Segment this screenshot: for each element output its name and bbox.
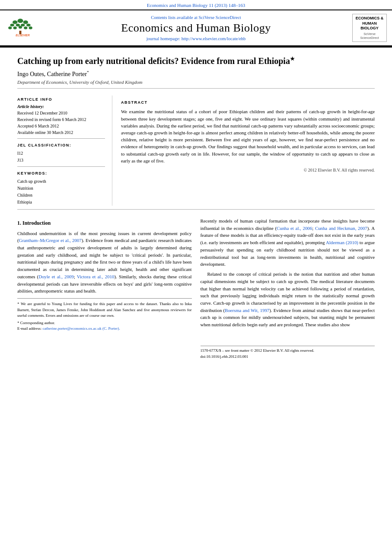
keyword-1: Catch up growth: [17, 178, 105, 185]
article-history-label: Article history:: [17, 104, 105, 109]
accepted-date: Accepted 6 March 2012: [17, 123, 105, 129]
intro-right-para-1: Recently models of human capital formati…: [201, 217, 375, 268]
citation-bar: Economics and Human Biology 11 (2013) 14…: [0, 0, 392, 10]
journal-badge: ECONOMICS &HUMAN BIOLOGY SciVerse Scienc…: [352, 14, 387, 42]
revised-date: Received in revised form 6 March 2012: [17, 116, 105, 123]
article-authors: Ingo Outes, Catherine Porter*: [17, 70, 375, 78]
email-link[interactable]: catherine.porter@economics.ox.ac.uk (C. …: [42, 326, 120, 331]
article-info-col: ARTICLE INFO Article history: Received 1…: [17, 96, 112, 206]
body-col-left: 1. Introduction Childhood undernutrition…: [17, 217, 192, 360]
abstract-col: ABSTRACT We examine the nutritional stat…: [121, 96, 375, 206]
body-col-right: Recently models of human capital formati…: [201, 217, 375, 360]
article-title-section: Catching up from early nutritional defic…: [0, 48, 392, 96]
footnote-section: * We are grateful to Young Lives for fun…: [17, 298, 192, 332]
abstract-text: We examine the nutritional status of a c…: [121, 108, 375, 164]
badge-title: ECONOMICS &HUMAN BIOLOGY: [355, 16, 384, 31]
homepage-link[interactable]: http://www.elsevier.com/locate/ehb: [182, 36, 246, 41]
ref-grantham[interactable]: Grantham–McGregor et al., 2007: [19, 238, 82, 243]
jel-section-label: JEL classification:: [17, 143, 105, 147]
journal-title: Economics and Human Biology: [45, 22, 347, 35]
homepage-line: journal homepage: http://www.elsevier.co…: [45, 36, 347, 41]
intro-para-1: Childhood undernutrition is of the most …: [17, 230, 192, 295]
svg-text:ELSEVIER: ELSEVIER: [16, 34, 30, 37]
svg-point-9: [29, 26, 32, 29]
keyword-3: Children: [17, 192, 105, 199]
svg-point-11: [24, 26, 27, 29]
title-star: ★: [290, 56, 295, 62]
intro-section-title: 1. Introduction: [17, 219, 192, 227]
section-number: 1.: [17, 220, 21, 226]
section-title-text: Introduction: [22, 220, 51, 226]
ref-alderman[interactable]: Alderman (2010): [326, 240, 358, 245]
keywords-section-label: Keywords:: [17, 171, 105, 175]
footer-issn: 1570-677X/$ – see front matter © 2012 El…: [201, 348, 375, 354]
abstract-label: ABSTRACT: [121, 100, 375, 106]
title-divider: [17, 88, 375, 89]
ref-doyle[interactable]: Doyle et al., 2009: [38, 274, 73, 279]
body-section: 1. Introduction Childhood undernutrition…: [0, 213, 392, 360]
svg-point-5: [26, 24, 31, 27]
copyright-line: © 2012 Elsevier B.V. All rights reserved…: [121, 167, 375, 173]
article-title: Catching up from early nutritional defic…: [17, 55, 375, 67]
article-info-label: ARTICLE INFO: [17, 97, 105, 102]
badge-subtitle: SciVerse ScienceDirect: [355, 32, 384, 40]
svg-point-10: [13, 26, 17, 29]
svg-point-3: [23, 20, 28, 24]
contents-availability: Contents lists available at SciVerse Sci…: [45, 15, 347, 20]
svg-point-4: [10, 24, 14, 27]
footnote-star-text: * We are grateful to Young Lives for fun…: [17, 302, 192, 318]
keyword-2: Nutrition: [17, 185, 105, 192]
article-affiliation: Department of Economics, University of O…: [17, 80, 375, 85]
svg-point-8: [8, 26, 12, 29]
abstract-paragraph: We examine the nutritional status of a c…: [121, 108, 375, 164]
jel-item-1: I12: [17, 150, 105, 157]
ref-victora[interactable]: Victora et al., 2010: [77, 274, 115, 279]
intro-right-para-2: Related to the concept of critical perio…: [201, 271, 375, 328]
journal-header-center: Contents lists available at SciVerse Sci…: [45, 15, 347, 41]
svg-point-1: [17, 19, 23, 23]
article-title-text: Catching up from early nutritional defic…: [17, 56, 290, 66]
contents-prefix-text: Contents lists available at: [151, 15, 198, 20]
footnote-corresponding: * Corresponding author.: [17, 320, 192, 326]
online-date: Available online 30 March 2012: [17, 129, 105, 136]
authors-star: *: [87, 70, 89, 74]
footer-right: 1570-677X/$ – see front matter © 2012 El…: [201, 346, 375, 360]
info-divider-1: [17, 138, 105, 139]
ref-cunha-heckman[interactable]: Cunha and Heckman, 2007: [315, 226, 367, 231]
citation-text: Economics and Human Biology 11 (2013) 14…: [147, 3, 245, 8]
section-divider: [17, 209, 375, 210]
journal-badge-right: ECONOMICS &HUMAN BIOLOGY SciVerse Scienc…: [352, 14, 387, 42]
info-divider-2: [17, 166, 105, 167]
article-info-abstract-section: ARTICLE INFO Article history: Received 1…: [0, 96, 392, 206]
footer-doi: doi:10.1016/j.ehb.2012.03.001: [201, 354, 375, 360]
sciverse-link[interactable]: SciVerse ScienceDirect: [198, 15, 241, 20]
authors-text: Ingo Outes, Catherine Porter: [17, 71, 87, 77]
jel-item-2: J13: [17, 157, 105, 164]
svg-point-2: [13, 20, 17, 24]
keyword-4: Ethiopia: [17, 199, 105, 206]
ref-boersma[interactable]: Boersma and Wit, 1997: [225, 308, 269, 313]
email-label: E-mail address:: [17, 326, 41, 331]
ref-cunha2006[interactable]: Cunha et al., 2006: [277, 226, 312, 231]
received-date: Received 12 December 2010: [17, 110, 105, 116]
elsevier-logo-left: ELSEVIER: [5, 17, 40, 38]
svg-point-12: [19, 26, 22, 29]
journal-header: ELSEVIER Contents lists available at Sci…: [0, 10, 392, 46]
footnote-star: * We are grateful to Young Lives for fun…: [17, 301, 192, 319]
footnote-email: E-mail address: catherine.porter@economi…: [17, 326, 192, 332]
homepage-prefix: journal homepage:: [147, 36, 182, 41]
